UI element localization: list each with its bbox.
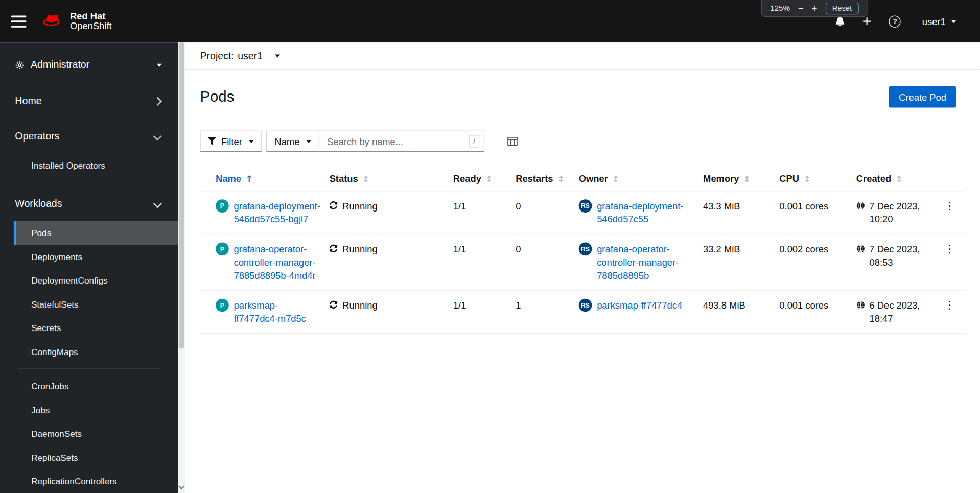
table-row: P grafana-deployment-546dd57c55-bgjl7 Ru… xyxy=(200,191,965,234)
sidebar-item-label: Deployments xyxy=(31,252,82,262)
sidebar-item-label: StatefulSets xyxy=(31,299,78,310)
workloads-subnav: Pods Deployments DeploymentConfigs State… xyxy=(0,221,178,493)
sort-icon: ↕ xyxy=(362,174,369,183)
search-attribute-label: Name xyxy=(274,136,299,147)
pod-cpu: 0.001 cores xyxy=(779,191,856,234)
sidebar-section-label: Home xyxy=(15,96,41,107)
table-header-row: Name↑ Status↕ Ready↕ Restarts↕ Owner↕ Me… xyxy=(200,166,965,191)
pod-created: 7 Dec 2023, 08:53 xyxy=(869,243,933,269)
pod-name-link[interactable]: grafana-operator-controller-manager-7885… xyxy=(234,243,321,282)
manage-columns-button[interactable] xyxy=(507,136,518,147)
menu-toggle-button[interactable] xyxy=(11,15,26,27)
sidebar-item-jobs[interactable]: Jobs xyxy=(14,398,178,421)
sidebar-item-daemonsets[interactable]: DaemonSets xyxy=(14,422,178,445)
chevron-down-icon xyxy=(153,132,162,140)
owner-link[interactable]: grafana-operator-controller-manager-7885… xyxy=(597,243,695,282)
user-menu[interactable]: user1 xyxy=(922,16,956,27)
column-label: Memory xyxy=(703,173,739,184)
column-header-name[interactable]: Name↑ xyxy=(200,166,329,191)
sidebar-item-label: CronJobs xyxy=(31,381,68,391)
replicaset-badge: RS xyxy=(579,299,592,312)
column-header-created[interactable]: Created↕ xyxy=(856,166,941,191)
sidebar-item-label: Installed Operators xyxy=(31,160,105,171)
pod-memory: 43.3 MiB xyxy=(703,191,779,234)
caret-down-icon xyxy=(951,20,956,23)
column-label: Status xyxy=(330,173,358,184)
brand-line2: OpenShift xyxy=(70,21,112,32)
column-label: Restarts xyxy=(516,173,553,184)
page-header: Pods Create Pod xyxy=(185,70,980,107)
pod-cpu: 0.001 cores xyxy=(779,290,856,333)
column-label: CPU xyxy=(779,173,799,184)
zoom-out-button[interactable]: − xyxy=(798,4,804,13)
sort-icon: ↕ xyxy=(743,174,750,183)
sidebar-item-home[interactable]: Home xyxy=(0,87,178,115)
filter-funnel-icon xyxy=(208,137,216,145)
filter-label: Filter xyxy=(221,136,242,147)
zoom-in-button[interactable]: + xyxy=(812,4,818,13)
gear-icon xyxy=(15,60,24,69)
running-sync-icon xyxy=(330,300,338,309)
column-header-restarts[interactable]: Restarts↕ xyxy=(516,166,579,191)
sidebar-item-label: ReplicationControllers xyxy=(31,476,117,486)
sidebar-item-deployments[interactable]: Deployments xyxy=(14,245,178,268)
kebab-menu-button[interactable] xyxy=(941,299,955,312)
sidebar-item-label: ReplicaSets xyxy=(31,453,78,463)
zoom-level: 125% xyxy=(770,4,790,12)
sidebar-section-workloads[interactable]: Workloads xyxy=(0,190,178,218)
quick-create-button[interactable] xyxy=(862,16,872,27)
browser-zoom-popup: 125% − + Reset xyxy=(761,0,868,17)
filter-dropdown[interactable]: Filter xyxy=(200,131,262,152)
sidebar-item-installed-operators[interactable]: Installed Operators xyxy=(14,154,178,177)
column-header-memory[interactable]: Memory↕ xyxy=(703,166,779,191)
sidebar-scrollbar[interactable] xyxy=(178,42,185,493)
openshift-console: Red Hat OpenShift user1 xyxy=(0,0,980,493)
column-header-ready[interactable]: Ready↕ xyxy=(453,166,516,191)
pod-name-link[interactable]: grafana-deployment-546dd57c55-bgjl7 xyxy=(234,199,321,225)
help-question-icon xyxy=(889,15,901,27)
search-field: / xyxy=(319,131,484,152)
running-sync-icon xyxy=(330,244,338,252)
caret-down-icon xyxy=(307,139,312,143)
pod-name-link[interactable]: parksmap-ff7477dc4-m7d5c xyxy=(234,299,321,325)
caret-down-icon xyxy=(249,139,254,143)
sort-icon: ↕ xyxy=(612,174,619,183)
sort-icon: ↑ xyxy=(246,174,253,184)
column-header-cpu[interactable]: CPU↕ xyxy=(779,166,856,191)
timestamp-globe-icon xyxy=(856,244,865,253)
scrollbar-thumb[interactable] xyxy=(179,42,184,348)
owner-link[interactable]: parksmap-ff7477dc4 xyxy=(597,299,682,312)
search-attribute-dropdown[interactable]: Name xyxy=(267,131,320,152)
notifications-button[interactable] xyxy=(835,16,846,27)
sidebar-item-deploymentconfigs[interactable]: DeploymentConfigs xyxy=(14,269,178,292)
sidebar-item-replicasets[interactable]: ReplicaSets xyxy=(14,445,178,469)
kebab-menu-button[interactable] xyxy=(941,199,955,213)
sidebar-item-secrets[interactable]: Secrets xyxy=(14,316,178,340)
pods-table: Name↑ Status↕ Ready↕ Restarts↕ Owner↕ Me… xyxy=(200,166,965,334)
redhat-hat-icon xyxy=(41,12,64,30)
create-pod-button[interactable]: Create Pod xyxy=(889,86,956,108)
column-header-owner[interactable]: Owner↕ xyxy=(579,166,703,191)
sidebar-nav: Administrator Home Operators Installed O… xyxy=(0,42,178,493)
sidebar-item-replicationcontrollers[interactable]: ReplicationControllers xyxy=(14,469,178,493)
hamburger-icon xyxy=(11,15,26,17)
scrollbar-down-arrow[interactable] xyxy=(178,483,185,492)
notification-bell-icon xyxy=(835,16,846,27)
sidebar-item-cronjobs[interactable]: CronJobs xyxy=(14,374,178,398)
masthead: Red Hat OpenShift user1 xyxy=(0,0,980,42)
pod-created: 6 Dec 2023, 18:47 xyxy=(869,299,933,325)
sidebar-section-operators[interactable]: Operators xyxy=(0,123,178,150)
pod-cpu: 0.002 cores xyxy=(779,234,856,290)
perspective-switcher[interactable]: Administrator xyxy=(0,49,178,81)
sidebar-item-configmaps[interactable]: ConfigMaps xyxy=(14,340,178,363)
sidebar-item-statefulsets[interactable]: StatefulSets xyxy=(14,292,178,316)
kebab-menu-button[interactable] xyxy=(941,243,955,256)
project-selector[interactable]: Project: user1 xyxy=(200,50,280,61)
search-input[interactable] xyxy=(319,131,484,152)
sidebar-item-pods[interactable]: Pods xyxy=(14,221,178,245)
column-header-status[interactable]: Status↕ xyxy=(330,166,453,191)
help-menu-button[interactable] xyxy=(889,15,901,27)
owner-link[interactable]: grafana-deployment-546dd57c55 xyxy=(597,199,695,225)
pod-memory: 493.8 MiB xyxy=(703,290,779,333)
zoom-reset-button[interactable]: Reset xyxy=(825,2,858,14)
